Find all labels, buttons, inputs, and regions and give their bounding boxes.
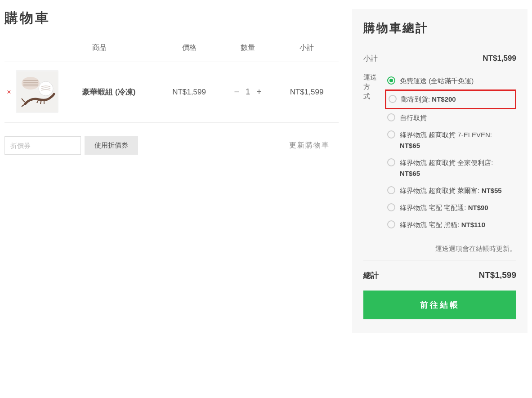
remove-item-button[interactable]: ×	[7, 88, 11, 96]
col-qty: 數量	[221, 39, 275, 62]
radio-icon[interactable]	[387, 130, 395, 139]
quantity-stepper: − 1 +	[234, 87, 262, 97]
shipping-option-label: 綠界物流 宅配 黑貓: NT$110	[400, 219, 514, 230]
shipping-option[interactable]: 綠界物流 超商取貨 7-ELEVEN: NT$65	[385, 126, 516, 154]
radio-icon[interactable]	[387, 113, 395, 121]
radio-icon[interactable]	[389, 95, 397, 103]
shipping-note: 運送選項會在結帳時更新。	[363, 238, 516, 255]
cart-table: 商品 價格 數量 小計 ×	[4, 39, 339, 123]
qty-value: 1	[246, 87, 250, 97]
radio-icon[interactable]	[387, 203, 395, 211]
shipping-option-label: 綠界物流 超商取貨 7-ELEVEN: NT$65	[400, 130, 514, 151]
checkout-button[interactable]: 前往結帳	[363, 291, 516, 319]
totals-title: 購物車總計	[363, 20, 516, 36]
shipping-option-label: 免費運送 (全站滿千免運)	[400, 76, 514, 86]
page-title: 購物車	[4, 9, 339, 27]
product-thumbnail[interactable]	[16, 70, 58, 113]
coupon-input[interactable]	[4, 136, 81, 155]
radio-icon[interactable]	[387, 158, 395, 166]
total-label: 總計	[363, 270, 379, 281]
qty-decrease-button[interactable]: −	[234, 87, 240, 97]
shipping-option[interactable]: 自行取貨	[385, 109, 516, 126]
cart-totals-panel: 購物車總計 小計 NT$1,599 運送方式 免費運送 (全站滿千免運)郵寄到貨…	[352, 9, 528, 333]
product-price: NT$1,599	[157, 62, 221, 123]
total-value: NT$1,599	[479, 270, 516, 281]
apply-coupon-button[interactable]: 使用折價券	[85, 136, 138, 155]
col-subtotal: 小計	[275, 39, 339, 62]
shipping-option[interactable]: 綠界物流 宅配 宅配通: NT$90	[385, 199, 516, 216]
shipping-option-label: 自行取貨	[400, 112, 514, 123]
update-cart-button[interactable]: 更新購物車	[289, 141, 339, 150]
shipping-option-label: 郵寄到貨: NT$200	[401, 94, 513, 105]
shipping-option[interactable]: 綠界物流 超商取貨 全家便利店: NT$65	[385, 154, 516, 182]
qty-increase-button[interactable]: +	[256, 87, 262, 97]
radio-icon[interactable]	[387, 220, 395, 228]
radio-icon[interactable]	[387, 76, 395, 85]
shipping-option-label: 綠界物流 超商取貨 萊爾富: NT$55	[400, 185, 514, 196]
subtotal-value: NT$1,599	[483, 54, 516, 63]
svg-point-2	[39, 81, 53, 96]
subtotal-label: 小計	[363, 54, 378, 63]
shipping-option[interactable]: 郵寄到貨: NT$200	[385, 89, 516, 109]
product-subtotal: NT$1,599	[275, 62, 339, 123]
col-price: 價格	[157, 39, 221, 62]
shipping-option[interactable]: 免費運送 (全站滿千免運)	[385, 72, 516, 89]
shipping-option[interactable]: 綠界物流 宅配 黑貓: NT$110	[385, 216, 516, 233]
shipping-label: 運送方式	[363, 72, 380, 101]
cart-row: ×	[4, 62, 339, 123]
radio-icon[interactable]	[387, 186, 395, 194]
svg-point-1	[22, 77, 40, 89]
shipping-option-label: 綠界物流 宅配 宅配通: NT$90	[400, 202, 514, 213]
product-name[interactable]: 豪華蝦組 (冷凍)	[61, 62, 157, 123]
shipping-option-label: 綠界物流 超商取貨 全家便利店: NT$65	[400, 157, 514, 179]
shipping-option[interactable]: 綠界物流 超商取貨 萊爾富: NT$55	[385, 182, 516, 199]
col-product: 商品	[61, 39, 157, 62]
shipping-options: 免費運送 (全站滿千免運)郵寄到貨: NT$200自行取貨綠界物流 超商取貨 7…	[380, 72, 516, 233]
